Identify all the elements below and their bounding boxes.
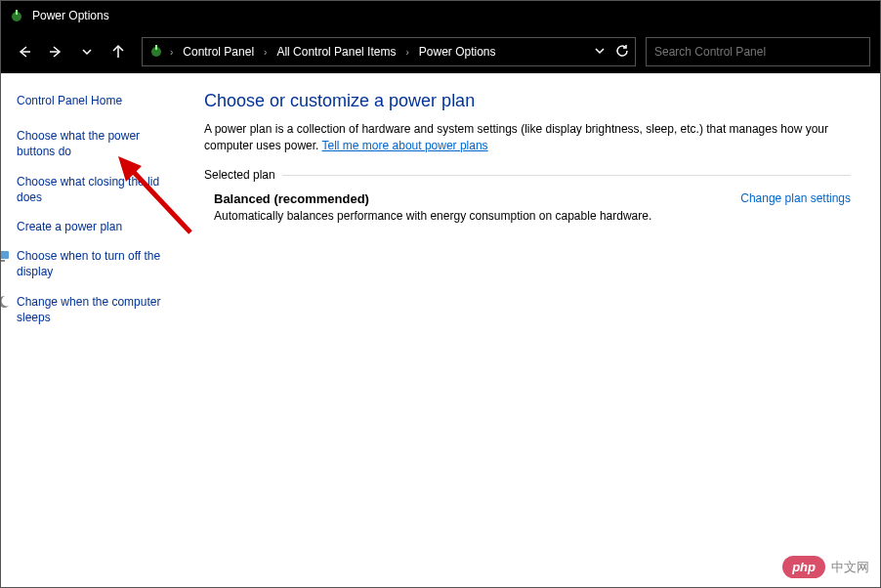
svg-rect-8 [1,260,5,262]
chevron-right-icon[interactable]: › [168,47,175,58]
learn-more-link[interactable]: Tell me more about power plans [322,139,488,152]
sidebar: Control Panel Home Choose what the power… [1,73,196,588]
svg-rect-7 [0,251,9,259]
sidebar-link-create-plan[interactable]: Create a power plan [17,219,181,234]
address-bar[interactable]: › Control Panel › All Control Panel Item… [142,37,636,66]
back-button[interactable] [11,38,38,65]
change-plan-settings-link[interactable]: Change plan settings [740,191,851,205]
plan-description: Automatically balances performance with … [214,209,651,223]
recent-dropdown[interactable] [73,38,101,65]
nav-bar: › Control Panel › All Control Panel Item… [1,30,880,73]
page-heading: Choose or customize a power plan [204,91,851,111]
selected-plan-label: Selected plan [204,168,851,182]
watermark-text: 中文网 [831,559,869,576]
search-box[interactable] [646,37,870,66]
content-area: Control Panel Home Choose what the power… [1,73,880,588]
sidebar-link-power-buttons[interactable]: Choose what the power buttons do [17,128,181,159]
up-button[interactable] [105,38,132,65]
breadcrumb-item[interactable]: Control Panel [179,43,258,61]
sidebar-link-closing-lid[interactable]: Choose what closing the lid does [17,174,181,205]
watermark: php 中文网 [782,556,869,578]
refresh-button[interactable] [615,44,629,61]
sleep-icon [0,294,11,310]
power-plan-row: Balanced (recommended) Automatically bal… [204,182,851,232]
location-icon [148,43,164,62]
svg-rect-1 [16,10,18,15]
svg-rect-6 [155,45,157,50]
search-input[interactable] [654,45,861,59]
main-panel: Choose or customize a power plan A power… [196,73,880,588]
app-icon [9,8,24,23]
window-title: Power Options [32,9,109,22]
control-panel-home-link[interactable]: Control Panel Home [17,93,181,108]
sidebar-link-turn-off-display[interactable]: Choose when to turn off the display [17,248,181,279]
chevron-right-icon[interactable]: › [262,47,269,58]
breadcrumb-item[interactable]: All Control Panel Items [273,43,399,61]
display-icon [0,248,11,264]
watermark-pill: php [782,556,825,578]
forward-button[interactable] [42,38,69,65]
page-description: A power plan is a collection of hardware… [204,121,851,154]
plan-name: Balanced (recommended) [214,191,651,206]
chevron-right-icon[interactable]: › [403,47,410,58]
breadcrumb-item[interactable]: Power Options [415,43,500,61]
chevron-down-icon[interactable] [594,45,606,60]
title-bar: Power Options [1,1,880,30]
sidebar-link-computer-sleeps[interactable]: Change when the computer sleeps [17,294,181,325]
